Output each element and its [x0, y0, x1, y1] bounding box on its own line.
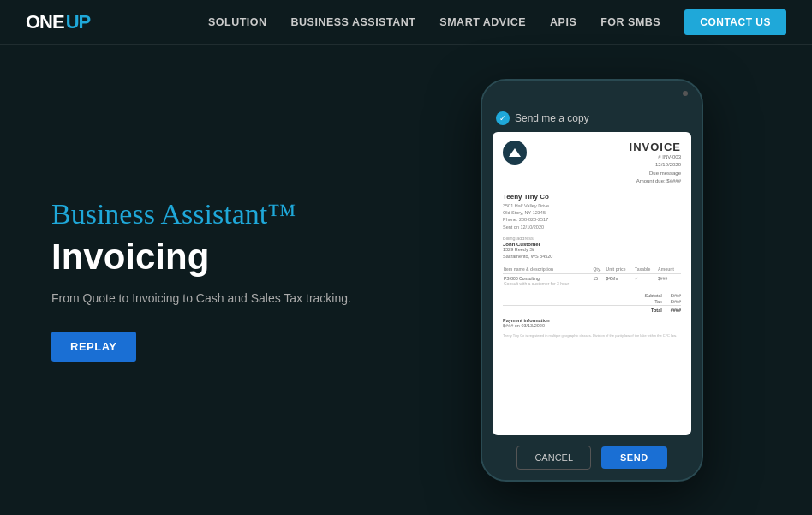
contact-us-button[interactable]: CONTACT US	[684, 9, 786, 35]
business-assistant-text: Business Assistant™	[51, 198, 296, 230]
total-label: Total	[651, 308, 662, 313]
payment-info-value: $### on 03/13/2020	[503, 323, 681, 328]
invoice-table: Item name & description Qty. Unit price …	[503, 265, 681, 288]
invoice-number: # INV-003	[630, 153, 681, 162]
total-amount: ####	[671, 308, 681, 313]
col-taxable: Taxable	[634, 265, 657, 274]
invoice-date: 12/10/2020	[630, 161, 681, 170]
checkmark-icon: ✓	[496, 111, 510, 125]
invoice-footer: Teeny Tiny Co is registered in multiple …	[503, 333, 681, 338]
phone-camera-dot	[683, 91, 688, 96]
phone-bottom-bar: CANCEL SEND	[482, 435, 702, 480]
invoice-title-block: INVOICE # INV-003 12/10/2020 Due message…	[630, 141, 681, 186]
nav-item-apis[interactable]: APIs	[550, 16, 576, 28]
col-qty: Qty.	[592, 265, 605, 274]
invoice-due-message: Due message	[630, 170, 681, 178]
send-button[interactable]: SEND	[601, 446, 667, 469]
item-name-cell: PS-800 Consulting Consult with a custome…	[503, 274, 592, 289]
hero-subtitle: Business Assistant™	[51, 198, 389, 231]
hero-right: ✓ Send me a copy INVOICE # INV-003 12/10…	[423, 79, 761, 482]
company-logo-chevron-icon	[509, 148, 521, 157]
company-address2: Old Story, NY 12345	[503, 209, 681, 216]
subtotal-label: Subtotal	[645, 293, 662, 298]
tax-label: Tax	[654, 299, 662, 304]
nav-item-business-assistant[interactable]: BUSINESS ASSISTANT	[291, 16, 416, 28]
invoice-card: INVOICE # INV-003 12/10/2020 Due message…	[493, 132, 691, 435]
billing-addr1: 1329 Reedy St	[503, 247, 681, 254]
invoice-logo	[503, 141, 527, 165]
col-item: Item name & description	[503, 265, 592, 274]
billing-title: Billing address	[503, 236, 681, 241]
col-amount: Amount	[657, 265, 681, 274]
subtotal-amount: $###	[671, 293, 681, 298]
header: ONE UP SOLUTION BUSINESS ASSISTANT SMART…	[0, 0, 812, 45]
nav-item-smart-advice[interactable]: SMART ADVICE	[439, 16, 526, 28]
item-price-cell: $45/hr	[606, 274, 634, 289]
logo: ONE UP	[26, 11, 90, 33]
phone-status-bar	[482, 81, 702, 106]
company-logo-circle	[503, 141, 527, 165]
logo-up: UP	[66, 11, 91, 33]
logo-one: ONE	[26, 11, 64, 33]
total-row: Total ####	[503, 305, 681, 313]
hero-title: Invoicing	[51, 237, 389, 277]
totals-section: Subtotal $### Tax $### Total ####	[503, 293, 681, 313]
send-copy-label: Send me a copy	[515, 112, 589, 124]
invoice-header: INVOICE # INV-003 12/10/2020 Due message…	[503, 141, 681, 186]
tax-row: Tax $###	[503, 299, 681, 304]
col-price: Unit price	[606, 265, 634, 274]
subtotal-row: Subtotal $###	[503, 293, 681, 298]
phone-mockup: ✓ Send me a copy INVOICE # INV-003 12/10…	[481, 79, 703, 482]
company-phone: Phone: 208-823-2517	[503, 216, 681, 223]
table-row: PS-800 Consulting Consult with a custome…	[503, 274, 681, 289]
company-name: Teeny Tiny Co	[503, 193, 681, 201]
item-taxable-cell: ✓	[634, 274, 657, 289]
nav-item-solution[interactable]: SOLUTION	[208, 16, 267, 28]
tax-amount: $###	[671, 299, 681, 304]
item-qty-cell: 15	[592, 274, 605, 289]
replay-button[interactable]: REPLAY	[51, 332, 136, 362]
nav: SOLUTION BUSINESS ASSISTANT SMART ADVICE…	[208, 9, 786, 35]
payment-section: Payment information $### on 03/13/2020	[503, 318, 681, 328]
hero-left: Business Assistant™ Invoicing From Quote…	[51, 198, 389, 361]
hero-description: From Quote to Invoicing to Cash and Sale…	[51, 290, 389, 308]
nav-item-for-smbs[interactable]: FOR SMBs	[600, 16, 660, 28]
invoice-amount-due: Amount due: $####	[630, 177, 681, 186]
main-content: Business Assistant™ Invoicing From Quote…	[0, 45, 812, 515]
cancel-button[interactable]: CANCEL	[516, 446, 591, 470]
invoice-sent-label: Sent on 12/10/2020	[503, 224, 681, 231]
invoice-word: INVOICE	[630, 141, 681, 153]
billing-addr2: Sacramento, WS 34520	[503, 254, 681, 260]
item-amount-cell: $###	[657, 274, 681, 289]
company-address1: 3501 Half Valley Drive	[503, 202, 681, 209]
send-copy-row[interactable]: ✓ Send me a copy	[482, 106, 702, 132]
billing-section: Billing address John Customer 1329 Reedy…	[503, 236, 681, 260]
